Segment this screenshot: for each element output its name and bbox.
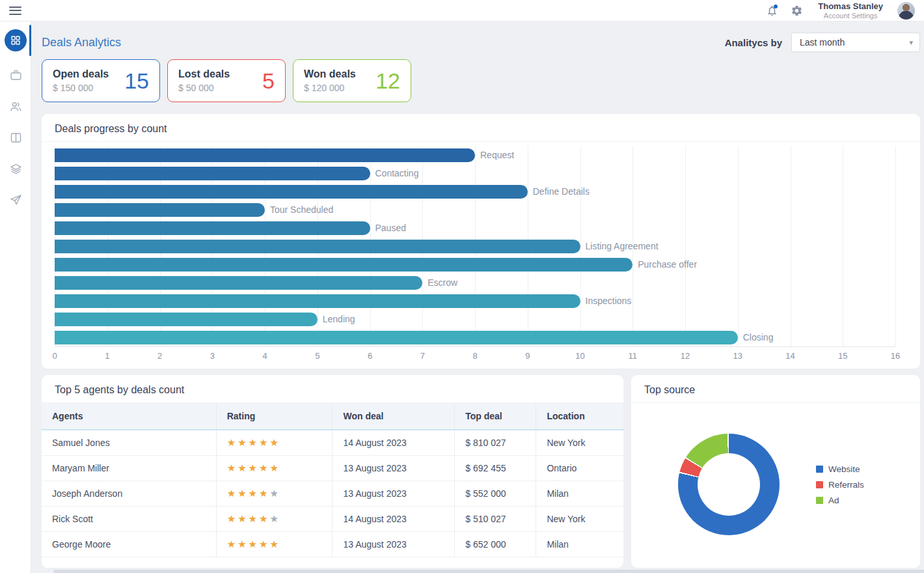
x-tick: 11 bbox=[629, 351, 638, 361]
agent-rating-cell: ★★★★★ bbox=[216, 456, 333, 481]
agent-row-samuel-jones[interactable]: Samuel Jones★★★★★14 August 2023$ 810 027… bbox=[42, 430, 623, 456]
star-icon: ★ bbox=[270, 513, 280, 524]
sidebar-item-messages[interactable] bbox=[0, 184, 31, 216]
star-icon: ★ bbox=[238, 488, 248, 499]
top-deal-cell: $ 510 027 bbox=[455, 507, 536, 532]
bar-listing-agreement bbox=[55, 240, 580, 253]
account-settings-label: Account Settings bbox=[818, 12, 883, 20]
bar-label: Purchase offer bbox=[638, 259, 697, 270]
period-select-value: Last month bbox=[800, 37, 845, 48]
settings-button[interactable] bbox=[789, 4, 804, 18]
bar-contacting bbox=[55, 167, 370, 180]
avatar[interactable] bbox=[897, 2, 915, 20]
x-tick: 2 bbox=[157, 351, 162, 361]
won-deal-cell: 14 August 2023 bbox=[333, 430, 455, 456]
bar-lending bbox=[55, 313, 318, 326]
chart-legend: WebsiteReferralsAd bbox=[816, 458, 864, 511]
chart-row-paused: Paused bbox=[55, 219, 895, 237]
bar-label: Closing bbox=[743, 332, 774, 342]
paper-plane-icon bbox=[9, 193, 23, 207]
location-cell: Milan bbox=[536, 481, 623, 507]
star-icon: ★ bbox=[238, 437, 248, 448]
bar-label: Inspections bbox=[586, 296, 632, 306]
star-icon: ★ bbox=[270, 488, 280, 499]
x-tick: 6 bbox=[368, 351, 372, 361]
agent-rating-cell: ★★★★★ bbox=[216, 430, 333, 456]
x-tick: 9 bbox=[525, 351, 530, 361]
star-icon: ★ bbox=[227, 462, 238, 473]
chart-row-request: Request bbox=[55, 146, 895, 164]
won-deal-cell: 13 August 2023 bbox=[333, 456, 455, 481]
period-select[interactable]: Last month ▾ bbox=[791, 33, 920, 52]
star-icon: ★ bbox=[270, 437, 280, 448]
horizontal-scrollbar[interactable] bbox=[53, 570, 924, 573]
star-icon: ★ bbox=[270, 538, 280, 550]
stat-amount: $ 150 000 bbox=[53, 83, 109, 93]
bar-define-details bbox=[55, 185, 528, 199]
x-tick: 1 bbox=[105, 351, 109, 361]
agent-rating-cell: ★★★★★ bbox=[216, 481, 333, 507]
sidebar-item-deals[interactable] bbox=[0, 59, 31, 91]
bar-purchase-offer bbox=[55, 258, 632, 272]
stat-count: 5 bbox=[262, 68, 275, 94]
top-deal-cell: $ 552 000 bbox=[455, 481, 536, 507]
column-header-location: Location bbox=[536, 403, 623, 430]
stat-amount: $ 50 000 bbox=[178, 83, 230, 93]
agent-row-joseph-anderson[interactable]: Joseph Anderson★★★★★13 August 2023$ 552 … bbox=[42, 481, 623, 507]
legend-item-referrals[interactable]: Referrals bbox=[816, 480, 864, 490]
legend-item-ad[interactable]: Ad bbox=[816, 496, 864, 505]
bar-label: Listing Agreement bbox=[586, 241, 659, 251]
x-tick: 13 bbox=[733, 351, 742, 361]
chart-row-purchase-offer: Purchase offer bbox=[55, 255, 895, 273]
x-tick: 12 bbox=[681, 351, 690, 361]
stat-label: Lost deals bbox=[178, 68, 230, 80]
kanban-columns-icon bbox=[9, 131, 23, 145]
agent-rating-cell: ★★★★★ bbox=[216, 507, 333, 532]
star-icon: ★ bbox=[259, 488, 269, 499]
top-deal-cell: $ 810 027 bbox=[455, 430, 536, 456]
people-icon bbox=[9, 100, 23, 113]
sidebar-item-dashboard[interactable] bbox=[0, 21, 31, 59]
top-deal-cell: $ 652 000 bbox=[455, 532, 536, 557]
agent-name-cell: Joseph Anderson bbox=[42, 481, 216, 507]
star-icon: ★ bbox=[249, 488, 259, 499]
bar-label: Contacting bbox=[375, 168, 419, 178]
bar-paused bbox=[55, 221, 370, 235]
bar-chart-plot: RequestContactingDefine DetailsTour Sche… bbox=[55, 146, 895, 347]
notification-dot bbox=[774, 5, 778, 8]
legend-swatch bbox=[816, 466, 823, 473]
agent-row-maryam-miller[interactable]: Maryam Miller★★★★★13 August 2023$ 692 45… bbox=[42, 456, 623, 481]
agents-table: AgentsRatingWon dealTop dealLocation Sam… bbox=[42, 403, 623, 557]
stats-row: Open deals$ 150 00015Lost deals$ 50 0005… bbox=[42, 59, 920, 102]
menu-icon[interactable] bbox=[9, 7, 21, 15]
top-deal-cell: $ 692 455 bbox=[455, 456, 536, 481]
chart-row-escrow: Escrow bbox=[55, 273, 895, 292]
agent-row-george-moore[interactable]: George Moore★★★★★13 August 2023$ 652 000… bbox=[42, 532, 623, 557]
sidebar-item-board[interactable] bbox=[0, 122, 31, 153]
star-icon: ★ bbox=[249, 513, 259, 524]
legend-swatch bbox=[816, 497, 823, 504]
table-header-row: AgentsRatingWon dealTop dealLocation bbox=[42, 403, 623, 430]
stat-label: Open deals bbox=[53, 68, 109, 80]
account-menu[interactable]: Thomas Stanley Account Settings bbox=[818, 2, 883, 20]
bar-request bbox=[55, 148, 475, 162]
agent-name-cell: George Moore bbox=[42, 532, 216, 557]
bar-closing bbox=[55, 331, 738, 344]
sidebar-item-stages[interactable] bbox=[0, 153, 31, 184]
chart-row-inspections: Inspections bbox=[55, 292, 895, 310]
stat-card-won-deals: Won deals$ 120 00012 bbox=[293, 59, 411, 102]
legend-label: Ad bbox=[828, 496, 839, 505]
active-item-indicator bbox=[29, 25, 31, 56]
star-icon: ★ bbox=[227, 513, 238, 524]
stat-card-lost-deals: Lost deals$ 50 0005 bbox=[167, 59, 286, 102]
agent-row-rick-scott[interactable]: Rick Scott★★★★★14 August 2023$ 510 027Ne… bbox=[42, 507, 623, 532]
deals-progress-card: Deals progress by count RequestContactin… bbox=[42, 114, 920, 369]
location-cell: New York bbox=[536, 430, 623, 456]
analytics-by-label: Analitycs by bbox=[725, 37, 782, 48]
legend-item-website[interactable]: Website bbox=[816, 464, 864, 474]
star-icon: ★ bbox=[259, 538, 269, 550]
sidebar-item-contacts[interactable] bbox=[0, 91, 31, 122]
agent-rating-cell: ★★★★★ bbox=[216, 532, 333, 557]
notifications-button[interactable] bbox=[765, 4, 779, 18]
briefcase-icon bbox=[9, 68, 23, 82]
